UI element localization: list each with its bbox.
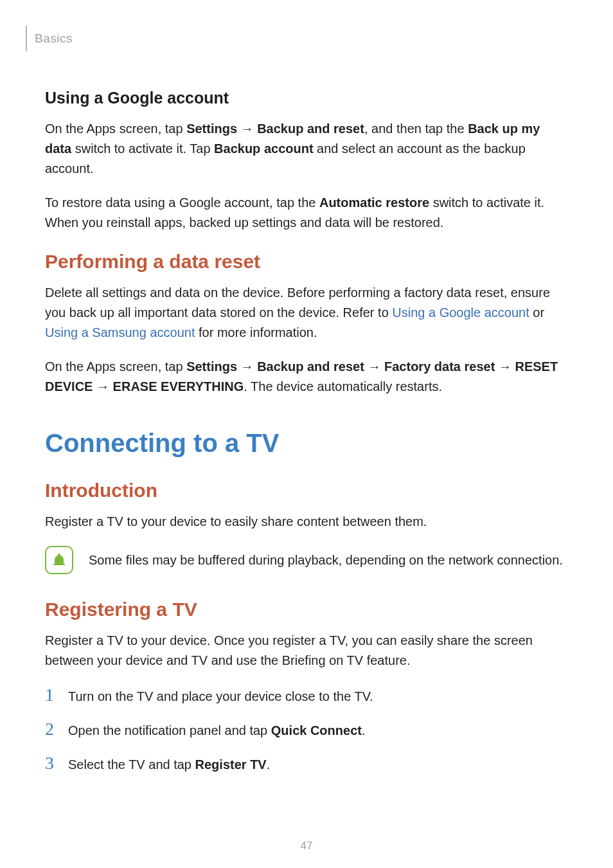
step-2: 2 Open the notification panel and tap Qu… [45, 719, 568, 740]
label-backup-reset: Backup and reset [257, 359, 364, 374]
heading-registering-a-tv: Registering a TV [45, 599, 568, 620]
label-automatic-restore: Automatic restore [319, 195, 429, 210]
step-text: Select the TV and tap Register TV. [68, 755, 270, 774]
step-number: 3 [45, 753, 68, 773]
text: On the Apps screen, tap [45, 122, 186, 136]
label-backup-account: Backup account [214, 141, 313, 156]
label-settings: Settings [186, 359, 237, 374]
chapter-tick [26, 26, 27, 51]
step-number: 2 [45, 719, 68, 739]
paragraph-google-2: To restore data using a Google account, … [45, 193, 568, 233]
text: Turn on the TV and place your device clo… [68, 689, 373, 703]
text: . [362, 723, 366, 737]
text: Select the TV and tap [68, 757, 195, 772]
text: . [267, 757, 271, 772]
text: → [93, 379, 112, 393]
step-1: 1 Turn on the TV and place your device c… [45, 685, 568, 706]
paragraph-intro: Register a TV to your device to easily s… [45, 512, 568, 532]
step-text: Open the notification panel and tap Quic… [68, 721, 366, 740]
chapter-row: Basics [26, 26, 568, 51]
text: , and then tap the [364, 122, 468, 136]
step-number: 1 [45, 685, 68, 705]
chapter-label: Basics [35, 32, 73, 46]
text: → [495, 359, 515, 374]
link-using-google-account[interactable]: Using a Google account [392, 305, 529, 320]
label-register-tv: Register TV [195, 757, 267, 772]
label-backup-reset: Backup and reset [257, 122, 364, 136]
text: for more information. [195, 325, 317, 339]
label-factory-data-reset: Factory data reset [384, 359, 495, 374]
step-text: Turn on the TV and place your device clo… [68, 687, 373, 706]
paragraph-registering: Register a TV to your device. Once you r… [45, 631, 568, 671]
label-settings: Settings [186, 122, 237, 136]
text: On the Apps screen, tap [45, 359, 186, 374]
heading-using-google-account: Using a Google account [45, 89, 568, 107]
text: → [237, 122, 257, 136]
paragraph-reset-2: On the Apps screen, tap Settings → Backu… [45, 357, 568, 397]
text: . The device automatically restarts. [244, 379, 442, 393]
link-using-samsung-account[interactable]: Using a Samsung account [45, 325, 195, 339]
text: or [529, 305, 544, 320]
note-bell-icon [45, 546, 73, 574]
heading-performing-data-reset: Performing a data reset [45, 251, 568, 273]
note-callout: Some files may be buffered during playba… [45, 546, 568, 574]
label-erase-everything: ERASE EVERYTHING [113, 379, 244, 393]
step-3: 3 Select the TV and tap Register TV. [45, 753, 568, 774]
label-quick-connect: Quick Connect [271, 723, 362, 737]
paragraph-reset-1: Delete all settings and data on the devi… [45, 283, 568, 343]
text: → [237, 359, 257, 374]
heading-connecting-to-a-tv: Connecting to a TV [45, 429, 568, 458]
text: To restore data using a Google account, … [45, 195, 319, 210]
text: switch to activate it. Tap [71, 141, 214, 156]
paragraph-google-1: On the Apps screen, tap Settings → Backu… [45, 119, 568, 179]
heading-introduction: Introduction [45, 480, 568, 502]
note-text: Some files may be buffered during playba… [89, 550, 563, 570]
text: → [364, 359, 384, 374]
page-content: Basics Using a Google account On the App… [0, 0, 613, 774]
text: Open the notification panel and tap [68, 723, 271, 737]
page-number: 47 [0, 840, 613, 853]
